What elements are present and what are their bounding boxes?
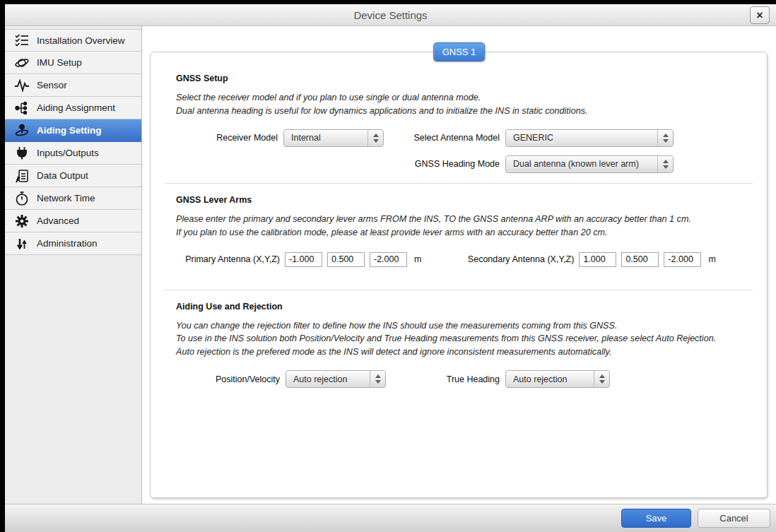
heading-mode-select[interactable]: Dual antenna (known lever arm) <box>505 155 674 173</box>
sidebar-item-label: IMU Setup <box>37 57 82 68</box>
waveform-icon <box>13 78 31 93</box>
cancel-button[interactable]: Cancel <box>698 509 770 528</box>
secondary-antenna-label: Secondary Antenna (X,Y,Z) <box>421 254 574 264</box>
close-button[interactable]: × <box>750 6 770 24</box>
document-edit-icon <box>13 168 31 184</box>
position-velocity-value: Auto rejection <box>286 374 370 384</box>
position-velocity-select[interactable]: Auto rejection <box>286 370 386 388</box>
sidebar-item-label: Sensor <box>37 80 67 90</box>
secondary-antenna-y-input[interactable] <box>621 252 659 267</box>
sidebar-item-aiding-setting[interactable]: Aiding Setting <box>5 119 141 142</box>
save-button[interactable]: Save <box>621 509 691 528</box>
gnss1-panel: GNSS Setup Select the receiver model and… <box>150 52 768 498</box>
section-lever-arms: GNSS Lever Arms Please enter the primary… <box>165 183 753 290</box>
secondary-antenna-z-input[interactable] <box>664 252 701 267</box>
spinner-arrows-icon <box>370 371 385 387</box>
gear-icon <box>13 213 31 229</box>
secondary-antenna-x-input[interactable] <box>579 252 616 267</box>
device-settings-dialog: Device Settings × Installation Overview <box>5 4 776 532</box>
section-rejection: Aiding Use and Rejection You can change … <box>165 290 753 398</box>
section-description-line: You can change the rejection filter to d… <box>176 319 753 333</box>
heading-mode-value: Dual antenna (known lever arm) <box>506 159 657 169</box>
position-velocity-label: Position/Velocity <box>176 374 280 384</box>
primary-antenna-z-input[interactable] <box>370 252 407 267</box>
spinner-arrows-icon <box>594 371 609 387</box>
sidebar-item-aiding-assignment[interactable]: Aiding Assignment <box>5 97 141 119</box>
section-description-line: To use in the INS solution both Position… <box>176 332 753 345</box>
sidebar-item-label: Data Output <box>37 170 88 181</box>
section-description-line: Select the receiver model and if you pla… <box>176 91 753 105</box>
sidebar: Installation Overview IMU Setup Sen <box>5 26 142 504</box>
section-heading: GNSS Lever Arms <box>176 195 753 205</box>
primary-antenna-unit: m <box>414 254 421 264</box>
sidebar-item-installation-overview[interactable]: Installation Overview <box>5 29 141 52</box>
sidebar-item-label: Network Time <box>37 193 95 203</box>
plug-icon <box>13 146 31 161</box>
receiver-model-label: Receiver Model <box>176 133 278 143</box>
sidebar-item-administration[interactable]: Administration <box>5 232 141 255</box>
section-heading: GNSS Setup <box>176 73 753 83</box>
true-heading-value: Auto rejection <box>506 374 594 384</box>
primary-antenna-label: Primary Antenna (X,Y,Z) <box>176 254 280 264</box>
section-heading: Aiding Use and Rejection <box>176 302 753 312</box>
true-heading-select[interactable]: Auto rejection <box>505 370 610 388</box>
tab-label: GNSS 1 <box>442 47 476 57</box>
close-icon: × <box>756 10 763 21</box>
spinner-arrows-icon <box>657 156 673 172</box>
receiver-model-select[interactable]: Internal <box>283 129 384 147</box>
gyroscope-icon <box>13 55 31 71</box>
spinner-arrows-icon <box>368 130 383 146</box>
footer-bar: Save Cancel <box>5 504 776 532</box>
main-area: GNSS 1 GNSS Setup Select the receiver mo… <box>142 26 776 504</box>
sidebar-item-advanced[interactable]: Advanced <box>5 210 141 232</box>
sidebar-item-imu-setup[interactable]: IMU Setup <box>5 52 141 74</box>
primary-antenna-y-input[interactable] <box>327 252 365 267</box>
transfer-arrows-icon <box>13 236 31 252</box>
sidebar-item-label: Aiding Assignment <box>37 102 115 113</box>
section-description-line: Dual antenna heading is useful for low d… <box>176 105 753 118</box>
sidebar-item-inputs-outputs[interactable]: Inputs/Outputs <box>5 142 141 165</box>
heading-mode-label: GNSS Heading Mode <box>384 159 500 169</box>
stopwatch-icon <box>13 191 31 206</box>
primary-antenna-x-input[interactable] <box>285 252 322 267</box>
antenna-model-label: Select Antenna Model <box>384 133 500 143</box>
section-description-line: Auto rejection is the prefered mode as t… <box>176 345 753 359</box>
titlebar: Device Settings × <box>5 4 776 26</box>
sidebar-item-label: Administration <box>37 238 98 249</box>
dialog-title: Device Settings <box>353 9 427 21</box>
sidebar-item-label: Advanced <box>37 215 79 226</box>
sidebar-item-label: Aiding Setting <box>37 125 102 136</box>
sidebar-item-sensor[interactable]: Sensor <box>5 74 141 97</box>
sidebar-item-data-output[interactable]: Data Output <box>5 165 141 187</box>
pin-orbit-icon <box>13 123 31 138</box>
secondary-antenna-unit: m <box>708 254 715 264</box>
receiver-model-value: Internal <box>284 133 368 143</box>
sidebar-item-label: Inputs/Outputs <box>37 148 99 158</box>
true-heading-label: True Heading <box>386 374 500 384</box>
node-tree-icon <box>13 100 31 116</box>
antenna-model-value: GENERIC <box>506 133 657 143</box>
sidebar-item-network-time[interactable]: Network Time <box>5 187 141 210</box>
section-gnss-setup: GNSS Setup Select the receiver model and… <box>165 52 753 183</box>
checklist-icon <box>13 32 31 48</box>
tab-gnss-1[interactable]: GNSS 1 <box>433 42 486 61</box>
dialog-body: Installation Overview IMU Setup Sen <box>5 26 776 504</box>
antenna-model-select[interactable]: GENERIC <box>505 129 674 147</box>
section-description-line: Please enter the primary and secondary l… <box>176 213 753 226</box>
sidebar-item-label: Installation Overview <box>37 35 125 46</box>
spinner-arrows-icon <box>657 130 673 146</box>
section-description-line: If you plan to use the calibration mode,… <box>176 226 753 240</box>
